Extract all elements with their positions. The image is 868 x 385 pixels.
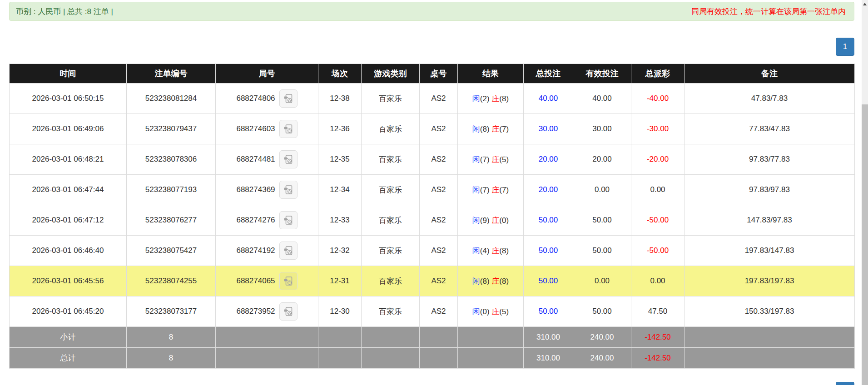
cell-total-bet-link[interactable]: 20.00 [524, 144, 573, 175]
round-id-text: 688274192 [236, 246, 275, 255]
cell-total-bet-link[interactable]: 50.00 [524, 266, 573, 296]
video-replay-button[interactable] [279, 211, 298, 229]
scroll-up-arrow-icon[interactable] [863, 3, 867, 5]
cell-table-no: AS2 [420, 144, 458, 175]
film-video-icon [283, 245, 294, 256]
banker-result-score: (5) [499, 307, 509, 316]
cell-total-bet-link[interactable]: 50.00 [524, 296, 573, 327]
grand-total-row: 总计 8 310.00 240.00 -142.50 [10, 348, 855, 369]
scrollbar-thumb[interactable] [862, 104, 868, 385]
cell-remark: 97.83/77.83 [684, 144, 855, 175]
video-replay-button[interactable] [279, 302, 298, 321]
col-header-payout: 总派彩 [631, 64, 684, 84]
pagination-page-1-button[interactable]: 1 [836, 38, 854, 56]
player-result-score: (8) [480, 125, 490, 133]
cell-total-bet-link[interactable]: 50.00 [524, 236, 573, 266]
video-replay-button[interactable] [279, 150, 298, 168]
cell-result: 闲(7) 庄(7) [458, 175, 524, 205]
col-header-table-no: 桌号 [420, 64, 458, 84]
cell-time: 2026-03-01 06:46:40 [10, 236, 127, 266]
cell-bet-id: 523238073177 [127, 296, 216, 327]
cell-session: 12-36 [318, 114, 362, 144]
table-row: 2026-03-01 06:45:20 523238073177 6882739… [10, 296, 855, 327]
total-valid-bet: 240.00 [573, 348, 631, 369]
cell-session: 12-35 [318, 144, 362, 175]
cell-valid-bet: 50.00 [573, 296, 631, 327]
cell-result: 闲(7) 庄(5) [458, 144, 524, 175]
pagination-page-1-button-bottom[interactable]: 1 [836, 382, 854, 385]
cell-result: 闲(8) 庄(7) [458, 114, 524, 144]
cell-time: 2026-03-01 06:45:20 [10, 296, 127, 327]
cell-remark: 147.83/97.83 [684, 205, 855, 236]
video-replay-button[interactable] [279, 242, 298, 260]
cell-game-type: 百家乐 [362, 175, 420, 205]
film-video-icon [283, 123, 294, 134]
cell-round-id: 688273952 [216, 296, 318, 327]
banker-result-label: 庄 [491, 277, 499, 286]
player-result-label: 闲 [472, 247, 480, 255]
cell-round-id: 688274276 [216, 205, 318, 236]
film-video-icon [283, 306, 294, 317]
subtotal-row: 小计 8 310.00 240.00 -142.50 [10, 327, 855, 348]
cell-session: 12-31 [318, 266, 362, 296]
player-result-score: (0) [480, 307, 490, 316]
cell-bet-id: 523238074255 [127, 266, 216, 296]
banker-result-score: (7) [499, 125, 509, 133]
cell-valid-bet: 50.00 [573, 236, 631, 266]
cell-session: 12-30 [318, 296, 362, 327]
total-payout: -142.50 [631, 348, 684, 369]
banker-result-score: (8) [499, 94, 509, 103]
cell-session: 12-32 [318, 236, 362, 266]
cell-result: 闲(0) 庄(5) [458, 296, 524, 327]
round-id-text: 688273952 [236, 307, 275, 316]
banker-result-label: 庄 [491, 125, 499, 133]
col-header-round-id: 局号 [216, 64, 318, 84]
round-id-text: 688274603 [236, 124, 275, 133]
cell-total-bet-link[interactable]: 30.00 [524, 114, 573, 144]
vertical-scrollbar[interactable] [862, 0, 868, 385]
table-row: 2026-03-01 06:50:15 523238081284 6882748… [10, 84, 855, 114]
banker-result-label: 庄 [491, 247, 499, 255]
player-result-score: (7) [480, 186, 490, 194]
cell-remark: 97.83/97.83 [684, 175, 855, 205]
cell-valid-bet: 40.00 [573, 84, 631, 114]
video-replay-button[interactable] [279, 181, 298, 199]
banker-result-label: 庄 [491, 186, 499, 194]
col-header-total-bet: 总投注 [524, 64, 573, 84]
player-result-label: 闲 [472, 186, 480, 194]
cell-bet-id: 523238076277 [127, 205, 216, 236]
cell-table-no: AS2 [420, 114, 458, 144]
cell-round-id: 688274369 [216, 175, 318, 205]
table-row: 2026-03-01 06:48:21 523238078306 6882744… [10, 144, 855, 175]
banker-result-label: 庄 [491, 155, 499, 164]
cell-payout: -40.00 [631, 84, 684, 114]
cell-game-type: 百家乐 [362, 144, 420, 175]
player-result-score: (4) [480, 247, 490, 255]
banker-result-score: (0) [499, 216, 509, 225]
cell-valid-bet: 30.00 [573, 114, 631, 144]
cell-total-bet-link[interactable]: 50.00 [524, 205, 573, 236]
cell-table-no: AS2 [420, 266, 458, 296]
subtotal-valid-bet: 240.00 [573, 327, 631, 348]
cell-result: 闲(9) 庄(0) [458, 205, 524, 236]
cell-payout: 47.50 [631, 296, 684, 327]
cell-total-bet-link[interactable]: 20.00 [524, 175, 573, 205]
cell-bet-id: 523238079437 [127, 114, 216, 144]
cell-total-bet-link[interactable]: 40.00 [524, 84, 573, 114]
banker-result-score: (7) [499, 186, 509, 194]
video-replay-button[interactable] [279, 272, 298, 290]
player-result-label: 闲 [472, 155, 480, 164]
subtotal-payout: -142.50 [631, 327, 684, 348]
video-replay-button[interactable] [279, 120, 298, 138]
cell-table-no: AS2 [420, 175, 458, 205]
cell-time: 2026-03-01 06:47:12 [10, 205, 127, 236]
table-header-row: 时间 注单编号 局号 场次 游戏类别 桌号 结果 总投注 有效投注 总派彩 备注 [10, 64, 855, 84]
cell-valid-bet: 20.00 [573, 144, 631, 175]
cell-table-no: AS2 [420, 236, 458, 266]
cell-table-no: AS2 [420, 84, 458, 114]
cell-remark: 77.83/47.83 [684, 114, 855, 144]
cell-bet-id: 523238081284 [127, 84, 216, 114]
bet-records-table: 时间 注单编号 局号 场次 游戏类别 桌号 结果 总投注 有效投注 总派彩 备注… [9, 64, 855, 369]
video-replay-button[interactable] [279, 89, 298, 108]
cell-round-id: 688274603 [216, 114, 318, 144]
